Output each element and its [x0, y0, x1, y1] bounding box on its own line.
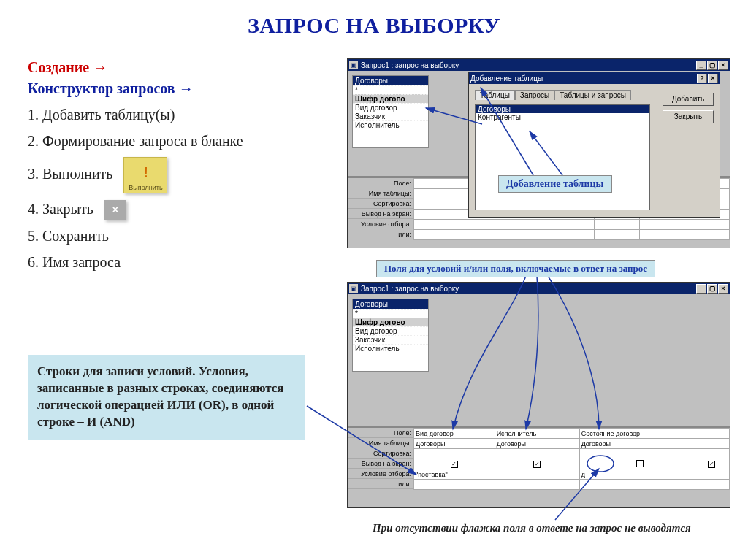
- minimize-button[interactable]: _: [696, 284, 706, 294]
- window-title: Запрос1 : запрос на выборку: [361, 285, 696, 293]
- qbe-cell-or[interactable]: [414, 480, 495, 490]
- qbe-cell-field[interactable]: Исполнитель: [495, 429, 579, 439]
- field-item[interactable]: Исполнитель: [353, 120, 428, 129]
- field-item[interactable]: Вид договор: [353, 326, 428, 335]
- instruction-step: 4. Закрыть ×: [28, 199, 316, 220]
- qbe-label: Вывод на экран:: [348, 459, 413, 469]
- table-header: Договоры: [353, 76, 428, 85]
- qbe-cell-or[interactable]: [701, 480, 722, 490]
- instruction-step: 1. Добавить таблицу(ы): [28, 104, 316, 126]
- qbe-cell-field[interactable]: [701, 429, 722, 439]
- minimize-button[interactable]: _: [696, 61, 706, 70]
- arrow-icon: →: [179, 80, 194, 96]
- field-item[interactable]: Исполнитель: [353, 344, 428, 353]
- qbe-label: Сортировка:: [348, 448, 413, 459]
- list-item[interactable]: Контрагенты: [476, 113, 649, 121]
- tab-both[interactable]: Таблицы и запросы: [554, 90, 631, 100]
- qbe-cell-or[interactable]: [495, 480, 579, 490]
- show-checkbox[interactable]: ✓: [451, 461, 458, 468]
- qbe-cell-criteria[interactable]: [495, 469, 579, 480]
- qbe-label: или:: [348, 229, 413, 239]
- source-table-listbox[interactable]: Договоры * Шифр догово Вид договор Заказ…: [352, 299, 429, 372]
- qbe-cell-table[interactable]: [701, 439, 722, 449]
- callout-fields-answer: Поля для условий и/или поля, включаемые …: [376, 260, 655, 277]
- source-table-listbox[interactable]: Договоры * Шифр догово Вид договор Заказ…: [352, 75, 429, 148]
- qbe-cell-criteria[interactable]: [701, 469, 722, 480]
- tab-tables[interactable]: Таблицы: [475, 90, 515, 100]
- query-designer-window-1: ▣ Запрос1 : запрос на выборку _ ▢ × Дого…: [347, 58, 730, 248]
- field-item[interactable]: Шифр догово: [353, 318, 428, 326]
- qbe-label: Имя таблицы:: [348, 438, 413, 448]
- add-button[interactable]: Добавить: [663, 93, 714, 106]
- instruction-step: 6. Имя запроса: [28, 252, 316, 273]
- qbe-label: Условие отбора:: [348, 219, 413, 229]
- add-table-dialog: Добавление таблицы ? × Таблицы Запросы Т…: [468, 72, 720, 218]
- qbe-label: Поле:: [348, 428, 413, 438]
- qbe-label: Поле:: [348, 178, 413, 188]
- instructions-panel: Создание → Конструктор запросов → 1. Доб…: [28, 57, 316, 278]
- show-checkbox[interactable]: [636, 460, 644, 467]
- instruction-step: 3. Выполнить ! Выполнить: [28, 157, 316, 193]
- window-icon: ▣: [349, 284, 358, 293]
- qbe-cell-field[interactable]: Вид договор: [414, 429, 495, 439]
- qbe-label: Имя таблицы:: [348, 188, 413, 199]
- dialog-close-button[interactable]: ×: [708, 74, 718, 83]
- instruction-step: 2. Формирование запроса в бланке: [28, 131, 316, 152]
- maximize-button[interactable]: ▢: [707, 284, 717, 294]
- qbe-cell-criteria[interactable]: "поставка": [414, 469, 495, 480]
- qbe-cell-or[interactable]: [579, 480, 701, 490]
- qbe-label: Вывод на экран:: [348, 209, 413, 219]
- caption-flag-note: При отсутствии флажка поля в ответе на з…: [373, 522, 691, 534]
- close-window-button[interactable]: ×: [718, 61, 728, 70]
- callout-add-table: Добавление таблицы: [498, 175, 612, 193]
- close-window-button[interactable]: ×: [718, 284, 728, 294]
- tables-listbox[interactable]: Договоры Контрагенты: [475, 104, 650, 210]
- slide-title: ЗАПРОС НА ВЫБОРКУ: [0, 0, 748, 44]
- step-designer: Конструктор запросов: [28, 80, 175, 96]
- close-button[interactable]: ×: [104, 200, 126, 220]
- qbe-cell-table[interactable]: Договоры: [414, 439, 495, 449]
- exclamation-icon: !: [124, 162, 167, 183]
- show-checkbox[interactable]: ✓: [708, 461, 715, 468]
- qbe-label: Сортировка:: [348, 199, 413, 209]
- conditions-note: Строки для записи условий. Условия, запи…: [28, 355, 305, 440]
- table-header: Договоры: [353, 299, 428, 309]
- qbe-cell-sort[interactable]: [414, 449, 495, 459]
- instruction-step: 5. Сохранить: [28, 226, 316, 247]
- window-icon: ▣: [349, 61, 358, 69]
- qbe-cell-table[interactable]: Договоры: [579, 439, 701, 449]
- field-item[interactable]: *: [353, 309, 428, 318]
- dialog-title: Добавление таблицы: [470, 74, 697, 83]
- qbe-grid-2[interactable]: Поле: Имя таблицы: Сортировка: Вывод на …: [348, 426, 730, 507]
- close-button[interactable]: Закрыть: [663, 110, 714, 123]
- show-checkbox[interactable]: ✓: [533, 461, 541, 468]
- execute-button[interactable]: ! Выполнить: [123, 157, 167, 193]
- qbe-cell-table[interactable]: Договоры: [495, 439, 579, 449]
- maximize-button[interactable]: ▢: [707, 61, 717, 70]
- query-designer-window-2: ▣ Запрос1 : запрос на выборку _ ▢ × Дого…: [347, 282, 730, 508]
- list-item[interactable]: Договоры: [476, 105, 649, 113]
- arrow-icon: →: [93, 59, 107, 75]
- field-item[interactable]: Заказчик: [353, 112, 428, 120]
- qbe-cell-sort[interactable]: [701, 449, 722, 459]
- qbe-cell-criteria[interactable]: д: [579, 469, 701, 480]
- window-title: Запрос1 : запрос на выборку: [361, 61, 696, 69]
- qbe-cell-field[interactable]: Состояние договор: [579, 429, 701, 439]
- qbe-label: или:: [348, 479, 413, 489]
- qbe-label: Условие отбора:: [348, 469, 413, 479]
- field-item[interactable]: Заказчик: [353, 335, 428, 344]
- field-item[interactable]: Вид договор: [353, 103, 428, 112]
- step-create: Создание: [28, 59, 89, 75]
- field-item[interactable]: Шифр догово: [353, 94, 428, 103]
- qbe-cell-sort[interactable]: [495, 449, 579, 459]
- field-item[interactable]: *: [353, 85, 428, 94]
- tab-queries[interactable]: Запросы: [515, 90, 554, 100]
- qbe-cell-sort[interactable]: [579, 449, 701, 459]
- dialog-help-button[interactable]: ?: [697, 74, 707, 83]
